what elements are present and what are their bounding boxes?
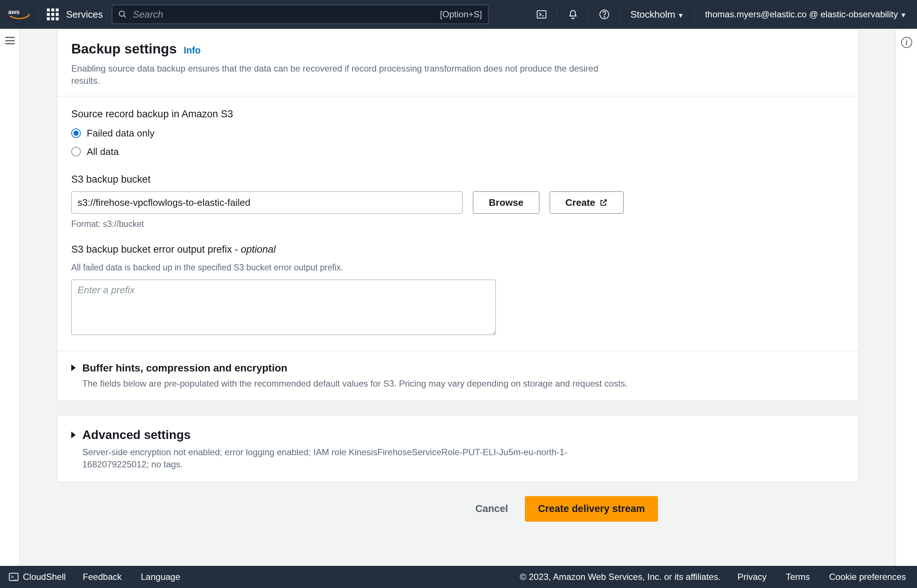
s3-bucket-hint: Format: s3://bucket: [71, 218, 844, 230]
nav-divider: [38, 7, 39, 22]
buffer-description: The fields below are pre-populated with …: [82, 377, 628, 390]
form-actions: Cancel Create delivery stream: [57, 496, 658, 522]
radio-failed-data-only[interactable]: Failed data only: [71, 126, 844, 140]
cloudshell-icon: >_: [9, 573, 18, 581]
advanced-settings-panel: Advanced settings Server-side encryption…: [57, 415, 859, 482]
backup-settings-header: Backup settings Info Enabling source dat…: [57, 29, 858, 96]
radio-all-data[interactable]: All data: [71, 145, 844, 158]
buffer-section: Buffer hints, compression and encryption…: [57, 351, 858, 401]
advanced-title: Advanced settings: [82, 426, 584, 443]
error-prefix-label: S3 backup bucket error output prefix - o…: [71, 243, 844, 257]
left-rail: [0, 29, 20, 566]
cookie-preferences-link[interactable]: Cookie preferences: [827, 572, 908, 583]
advanced-description: Server-side encryption not enabled; erro…: [82, 446, 584, 471]
caret-down-icon: ▼: [900, 11, 907, 19]
nav-divider: [620, 7, 620, 22]
footer: >_ CloudShell Feedback Language © 2023, …: [0, 566, 917, 588]
terms-link[interactable]: Terms: [784, 572, 812, 583]
browse-button[interactable]: Browse: [473, 191, 540, 213]
search-icon: [118, 10, 127, 19]
top-nav: aws Services [Option+S] Stockholm▼: [0, 0, 917, 29]
backup-settings-panel: Backup settings Info Enabling source dat…: [57, 29, 859, 401]
backup-settings-title: Backup settings: [71, 41, 177, 57]
radio-label: All data: [87, 145, 119, 158]
create-bucket-label: Create: [565, 197, 595, 208]
buffer-collapse-toggle[interactable]: Buffer hints, compression and encryption…: [71, 361, 844, 390]
svg-point-1: [119, 11, 125, 16]
copyright-text: © 2023, Amazon Web Services, Inc. or its…: [520, 571, 721, 583]
create-delivery-stream-button[interactable]: Create delivery stream: [525, 496, 658, 522]
svg-line-2: [124, 16, 126, 18]
aws-logo-icon: aws: [8, 8, 30, 21]
caret-right-icon: [71, 365, 76, 371]
feedback-link[interactable]: Feedback: [81, 572, 124, 583]
advanced-section: Advanced settings Server-side encryption…: [57, 415, 858, 481]
region-label: Stockholm: [630, 9, 675, 20]
radio-dot-icon: [71, 147, 81, 157]
s3-bucket-label: S3 backup bucket: [71, 173, 844, 187]
source-backup-radio-group: Failed data only All data: [71, 126, 844, 158]
buffer-title: Buffer hints, compression and encryption: [82, 361, 628, 375]
backup-info-link[interactable]: Info: [184, 45, 201, 55]
help-panel-icon[interactable]: i: [901, 37, 912, 48]
radio-label: Failed data only: [87, 126, 155, 140]
services-grid-icon[interactable]: [47, 8, 59, 20]
backup-settings-body: Source record backup in Amazon S3 Failed…: [57, 96, 858, 351]
services-button[interactable]: Services: [64, 8, 105, 21]
s3-bucket-input[interactable]: [71, 191, 463, 213]
svg-point-6: [604, 16, 605, 17]
source-backup-label: Source record backup in Amazon S3: [71, 107, 844, 121]
advanced-collapse-toggle[interactable]: Advanced settings Server-side encryption…: [71, 426, 844, 470]
external-link-icon: [599, 199, 608, 207]
account-label: thomas.myers@elastic.co @ elastic-observ…: [705, 9, 898, 19]
aws-logo[interactable]: aws: [8, 8, 30, 21]
backup-settings-description: Enabling source data backup ensures that…: [71, 62, 625, 87]
nav-divider: [694, 7, 695, 22]
notifications-icon[interactable]: [565, 7, 580, 22]
search-shortcut-hint: [Option+S]: [440, 8, 482, 21]
cloudshell-label: CloudShell: [23, 571, 66, 583]
error-prefix-description: All failed data is backed up in the spec…: [71, 262, 844, 273]
help-icon[interactable]: [597, 7, 612, 22]
main-content: Backup settings Info Enabling source dat…: [20, 29, 896, 566]
region-selector[interactable]: Stockholm▼: [628, 8, 686, 21]
global-search[interactable]: [Option+S]: [112, 5, 488, 24]
search-input[interactable]: [132, 8, 435, 21]
language-link[interactable]: Language: [138, 572, 182, 583]
create-bucket-button[interactable]: Create: [550, 191, 624, 213]
nav-divider: [588, 7, 589, 22]
cloudshell-button[interactable]: >_ CloudShell: [9, 571, 66, 583]
caret-down-icon: ▼: [677, 12, 684, 19]
cancel-button[interactable]: Cancel: [470, 499, 514, 518]
error-prefix-textarea[interactable]: [71, 279, 496, 335]
radio-dot-icon: [71, 128, 81, 138]
page-layout: Backup settings Info Enabling source dat…: [0, 29, 917, 566]
right-rail: i: [896, 29, 917, 566]
hamburger-menu-icon[interactable]: [5, 37, 15, 44]
account-menu[interactable]: thomas.myers@elastic.co @ elastic-observ…: [703, 9, 909, 20]
svg-text:aws: aws: [8, 8, 19, 15]
privacy-link[interactable]: Privacy: [736, 572, 769, 583]
caret-right-icon: [71, 431, 76, 438]
nav-divider: [557, 7, 557, 22]
cloudshell-nav-icon[interactable]: [534, 7, 549, 22]
